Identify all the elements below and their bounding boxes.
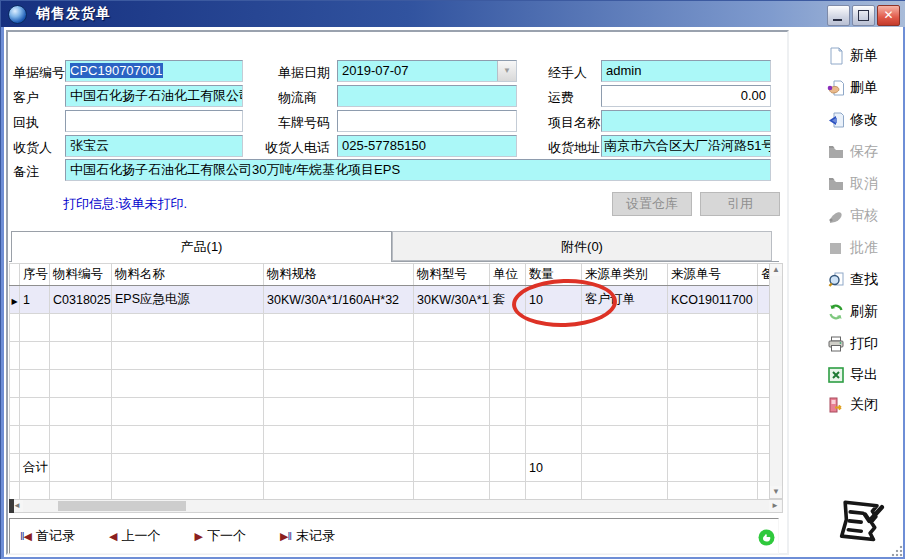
col-header-seq[interactable]: 序号 — [20, 264, 50, 286]
export-label: 导出 — [850, 366, 878, 384]
audit-label: 审核 — [850, 207, 878, 225]
logistics-field[interactable] — [337, 85, 517, 107]
minimize-button[interactable] — [827, 5, 850, 26]
consignee-tel-field[interactable]: 025-57785150 — [337, 135, 517, 157]
address-field[interactable]: 南京市六合区大厂沿河路51号 — [601, 135, 771, 157]
table-empty-row — [10, 482, 770, 500]
freight-label: 运费 — [548, 89, 574, 107]
save-label: 保存 — [850, 143, 878, 161]
receipt-label: 回执 — [13, 114, 39, 132]
new-doc-button[interactable]: 新单 — [827, 42, 905, 70]
table-empty-row — [10, 370, 770, 398]
approve-label: 批准 — [850, 239, 878, 257]
delete-doc-button[interactable]: 删单 — [827, 74, 905, 102]
print-status-text: 打印信息:该单未打印. — [63, 195, 187, 213]
first-record-label: 首记录 — [36, 527, 75, 545]
find-label: 查找 — [850, 271, 878, 289]
save-icon — [827, 143, 845, 161]
green-status-icon — [758, 529, 775, 550]
handler-label: 经手人 — [548, 64, 587, 82]
consignee-field[interactable]: 张宝云 — [65, 135, 243, 157]
next-record-button[interactable]: ▶ 下一个 — [194, 527, 245, 545]
sales-delivery-window: 销售发货单 ✕ 单据编号 CPC190707001 客户 中国石化扬子石油化工有… — [0, 0, 905, 559]
col-header-model[interactable]: 物料型号 — [414, 264, 490, 286]
last-record-button[interactable]: ▶‖ 末记录 — [280, 527, 335, 545]
delete-doc-label: 删单 — [850, 79, 878, 97]
col-header-remark[interactable]: 备注 — [758, 264, 770, 286]
cell-model[interactable]: 30KW/30A*1/1 — [414, 286, 490, 314]
col-header-item-name[interactable]: 物料名称 — [112, 264, 264, 286]
col-header-spec[interactable]: 物料规格 — [264, 264, 414, 286]
next-record-icon: ▶ — [194, 530, 201, 543]
next-record-label: 下一个 — [207, 527, 246, 545]
print-label: 打印 — [850, 335, 878, 353]
cell-seq[interactable]: 1 — [20, 286, 50, 314]
gutter-header — [10, 264, 20, 286]
table-total-row: 合计 10 — [10, 454, 770, 482]
find-button[interactable]: 查找 — [827, 266, 905, 294]
save-button: 保存 — [827, 138, 905, 166]
modify-button[interactable]: 修改 — [827, 106, 905, 134]
window-title: 销售发货单 — [36, 5, 111, 23]
table-empty-row — [10, 426, 770, 454]
col-header-item-code[interactable]: 物料编号 — [50, 264, 112, 286]
print-button[interactable]: 打印 — [827, 330, 905, 358]
table-row[interactable]: ▶ 1 C0318025 EPS应急电源 30KW/30A*1/160AH*32… — [10, 286, 770, 314]
maximize-button[interactable] — [852, 5, 875, 26]
print-icon — [827, 335, 845, 353]
total-qty: 10 — [526, 454, 582, 482]
table-header-row: 序号 物料编号 物料名称 物料规格 物料型号 单位 数量 来源单类别 来源单号 … — [10, 264, 770, 286]
remark-field[interactable]: 中国石化扬子石油化工有限公司30万吨/年烷基化项目EPS — [65, 159, 771, 181]
table-empty-row — [10, 342, 770, 370]
plate-no-field[interactable] — [337, 110, 517, 132]
consignee-label: 收货人 — [13, 139, 52, 157]
logistics-label: 物流商 — [278, 89, 317, 107]
tab-products[interactable]: 产品(1) — [11, 231, 392, 262]
col-header-unit[interactable]: 单位 — [490, 264, 526, 286]
audit-button: 审核 — [827, 202, 905, 230]
checklist-annotation-icon — [831, 498, 889, 554]
project-label: 项目名称 — [548, 114, 600, 132]
export-icon — [827, 366, 845, 384]
freight-field[interactable]: 0.00 — [601, 85, 771, 107]
customer-field[interactable]: 中国石化扬子石油化工有限公司 — [65, 85, 243, 107]
resize-grip[interactable] — [891, 545, 903, 557]
customer-label: 客户 — [13, 89, 39, 107]
title-bar: 销售发货单 ✕ — [1, 1, 905, 27]
grid-corner — [9, 499, 14, 513]
horizontal-scrollbar[interactable]: ◄ ► — [9, 499, 783, 513]
project-field[interactable] — [601, 110, 771, 132]
cell-item-name[interactable]: EPS应急电源 — [112, 286, 264, 314]
last-record-icon: ▶‖ — [280, 530, 291, 543]
new-doc-label: 新单 — [850, 47, 878, 65]
tab-attachments[interactable]: 附件(0) — [392, 231, 772, 261]
refresh-button[interactable]: 刷新 — [827, 298, 905, 326]
col-header-source-no[interactable]: 来源单号 — [668, 264, 758, 286]
find-icon — [827, 271, 845, 289]
scroll-down-icon[interactable]: ▼ — [770, 486, 782, 498]
prev-record-label: 上一个 — [121, 527, 160, 545]
cell-source-no[interactable]: KCO19011700 — [668, 286, 758, 314]
set-warehouse-button: 设置仓库 — [612, 192, 692, 216]
handler-field[interactable]: admin — [601, 60, 771, 82]
doc-date-field[interactable]: 2019-07-07 ▼ — [337, 60, 517, 82]
first-record-button[interactable]: ‖◀ 首记录 — [20, 527, 75, 545]
approve-button: 批准 — [827, 234, 905, 262]
scrollbar-thumb[interactable] — [58, 501, 186, 511]
cell-item-code[interactable]: C0318025 — [50, 286, 112, 314]
close-form-button[interactable]: 关闭 — [827, 391, 905, 419]
cell-remark[interactable] — [758, 286, 770, 314]
vertical-scrollbar[interactable]: ▲ ▼ — [769, 263, 783, 499]
new-doc-icon — [827, 47, 845, 65]
first-record-icon: ‖◀ — [20, 530, 31, 543]
prev-record-button[interactable]: ◀ 上一个 — [109, 527, 160, 545]
receipt-field[interactable] — [65, 110, 243, 132]
scroll-up-icon[interactable]: ▲ — [770, 264, 782, 276]
cell-spec[interactable]: 30KW/30A*1/160AH*32 — [264, 286, 414, 314]
scroll-right-icon[interactable]: ► — [769, 500, 781, 512]
close-button[interactable]: ✕ — [877, 5, 900, 26]
date-dropdown-button[interactable]: ▼ — [497, 61, 516, 81]
row-marker-icon: ▶ — [10, 286, 20, 314]
export-button[interactable]: 导出 — [827, 361, 905, 389]
doc-no-field[interactable]: CPC190707001 — [65, 60, 243, 82]
